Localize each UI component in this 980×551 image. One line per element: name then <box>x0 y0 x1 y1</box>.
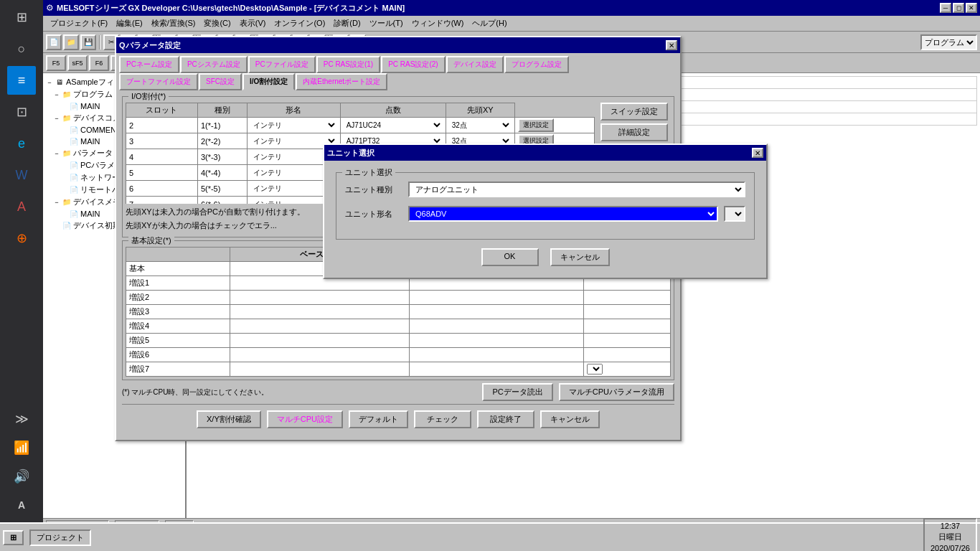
tab-pcsystem[interactable]: PCシステム設定 <box>180 56 248 73</box>
unit-ok-btn[interactable]: OK <box>481 248 539 266</box>
tab-ethernet[interactable]: 内蔵Ethernetポート設定 <box>296 73 387 90</box>
tab-sfc[interactable]: SFC設定 <box>199 73 242 90</box>
menu-edit[interactable]: 編集(E) <box>112 17 147 30</box>
tree-icon-params: 📁 <box>62 149 72 159</box>
tab-pcras1[interactable]: PC RAS設定(1) <box>316 56 380 73</box>
tb-open[interactable]: 📁 <box>63 34 79 50</box>
tree-toggle-devmem[interactable]: − <box>53 199 60 206</box>
tree-toggle-program[interactable]: − <box>53 91 60 98</box>
base-row-ext2[interactable]: 増設2 <box>126 291 671 305</box>
unit-name-dropdown[interactable] <box>724 206 745 222</box>
sidebar-icon-search[interactable]: ○ <box>7 34 36 63</box>
type-select[interactable]: インテリ <box>250 121 337 130</box>
menu-online[interactable]: オンライン(O) <box>270 17 329 30</box>
tree-icon-devmem: 📁 <box>62 197 72 207</box>
program-selector[interactable]: プログラム <box>920 34 977 50</box>
menu-search[interactable]: 検索/置換(S) <box>147 17 200 30</box>
sidebar-icon-store[interactable]: A <box>7 192 36 221</box>
tree-toggle-project[interactable]: − <box>46 79 53 86</box>
pc-data-btn[interactable]: PCデータ読出 <box>482 383 552 401</box>
base-power[interactable] <box>410 291 584 305</box>
base-row-ext4[interactable]: 増設4 <box>126 319 671 334</box>
unit-dialog-close[interactable]: ✕ <box>752 148 763 158</box>
base-power[interactable] <box>410 348 584 362</box>
param-dialog-close[interactable]: ✕ <box>666 40 677 50</box>
cell-no: 1(*-1) <box>197 118 247 133</box>
menu-convert[interactable]: 変換(C) <box>199 17 235 30</box>
unit-type-select[interactable]: アナログユニット <box>408 182 745 197</box>
cell-head[interactable]: 選択設定 <box>514 118 594 133</box>
sidebar-icon-expand[interactable]: ≫ <box>7 405 36 433</box>
base-row-ext6[interactable]: 増設6 <box>126 348 671 362</box>
tab-bootfile[interactable]: ブートファイル設定 <box>119 73 198 90</box>
cancel-main-btn[interactable]: キャンセル <box>540 410 600 428</box>
tab-pcras2[interactable]: PC RAS設定(2) <box>381 56 445 73</box>
base-power[interactable] <box>410 305 584 319</box>
menu-tool[interactable]: ツール(T) <box>365 17 407 30</box>
unit-name-select[interactable]: Q68ADV <box>408 206 718 222</box>
tab-device[interactable]: デバイス設定 <box>446 56 504 73</box>
tree-label-main1: MAIN <box>80 102 100 110</box>
sidebar-icon-menu[interactable]: ≡ <box>7 66 36 95</box>
start-button[interactable]: ⊞ <box>3 530 24 545</box>
base-row-ext5[interactable]: 増設5 <box>126 334 671 348</box>
multicpu-btn[interactable]: マルチCPU設定 <box>267 410 343 428</box>
menu-window[interactable]: ウィンドウ(W) <box>407 17 468 30</box>
sidebar-icon-edge[interactable]: e <box>7 129 36 158</box>
model-select[interactable]: AJ71UC24 <box>344 121 443 130</box>
table-row[interactable]: 2 1(*-1) インテリ AJ71UC24 32点 選択設定 <box>126 118 595 133</box>
close-button[interactable]: ✕ <box>966 3 977 13</box>
tree-toggle-devcomment[interactable]: − <box>53 115 60 122</box>
sidebar-icon-other1[interactable]: ⊕ <box>7 224 36 253</box>
tab-pcfile[interactable]: PCファイル設定 <box>248 56 316 73</box>
tab-io[interactable]: I/O割付設定 <box>242 73 295 90</box>
tree-toggle-params[interactable]: − <box>53 150 60 157</box>
tb2-f6[interactable]: F6 <box>89 55 109 71</box>
menu-diag[interactable]: 診断(D) <box>329 17 364 30</box>
apply-btn[interactable]: 設定終了 <box>477 410 534 428</box>
base-power[interactable] <box>410 334 584 348</box>
sidebar-icon-wifi[interactable]: 📶 <box>7 433 36 462</box>
tree-label-main2: MAIN <box>80 137 100 146</box>
xy-assign-btn[interactable]: X/Y割付確認 <box>197 410 261 428</box>
sidebar-icon-apps[interactable]: ⊡ <box>7 98 36 126</box>
tb2-sf5[interactable]: sF5 <box>67 55 88 71</box>
base-base-name[interactable] <box>230 348 410 362</box>
base-power[interactable] <box>410 319 584 334</box>
base-power[interactable] <box>410 362 584 377</box>
base-base-name[interactable] <box>230 305 410 319</box>
tab-program[interactable]: プログラム設定 <box>504 56 569 73</box>
sidebar-icon-az[interactable]: A <box>7 491 36 519</box>
select-btn-1[interactable]: 選択設定 <box>518 118 554 132</box>
menu-project[interactable]: プロジェクト(F) <box>46 17 112 30</box>
multicpu-export-btn[interactable]: マルチCPUパラメータ流用 <box>559 383 674 401</box>
sidebar-icon-windows[interactable]: ⊞ <box>7 3 36 32</box>
tb2-f5[interactable]: F5 <box>46 55 66 71</box>
check-btn[interactable]: チェック <box>414 410 471 428</box>
io-col-type: 種別 <box>197 103 247 118</box>
base-row-label: 増設1 <box>126 276 230 291</box>
taskbar-project-item[interactable]: プロジェクト <box>29 529 91 546</box>
tb-save[interactable]: 💾 <box>80 34 96 50</box>
unit-cancel-btn[interactable]: キャンセル <box>550 248 610 266</box>
base-group-title: 基本設定(*) <box>128 235 174 246</box>
tab-pcname[interactable]: PCネーム設定 <box>119 56 179 73</box>
base-base-name[interactable] <box>230 291 410 305</box>
base-extra-select[interactable] <box>587 364 603 375</box>
menu-help[interactable]: ヘルプ(H) <box>468 17 511 30</box>
base-base-name[interactable] <box>230 334 410 348</box>
detail-settings-btn[interactable]: 詳細設定 <box>600 123 668 141</box>
default-btn[interactable]: デフォルト <box>349 410 408 428</box>
base-base-name[interactable] <box>230 362 410 377</box>
sidebar-icon-volume[interactable]: 🔊 <box>7 462 36 491</box>
points-select[interactable]: 32点 <box>449 121 512 130</box>
base-base-name[interactable] <box>230 319 410 334</box>
minimize-button[interactable]: ─ <box>940 3 951 13</box>
menu-view[interactable]: 表示(V) <box>235 17 270 30</box>
tb-new[interactable]: 📄 <box>46 34 62 50</box>
sidebar-icon-word[interactable]: W <box>7 161 36 189</box>
base-row-ext3[interactable]: 増設3 <box>126 305 671 319</box>
switch-settings-btn[interactable]: スイッチ設定 <box>600 103 668 121</box>
restore-button[interactable]: ◻ <box>953 3 964 13</box>
base-row-ext7[interactable]: 増設7 <box>126 362 671 377</box>
